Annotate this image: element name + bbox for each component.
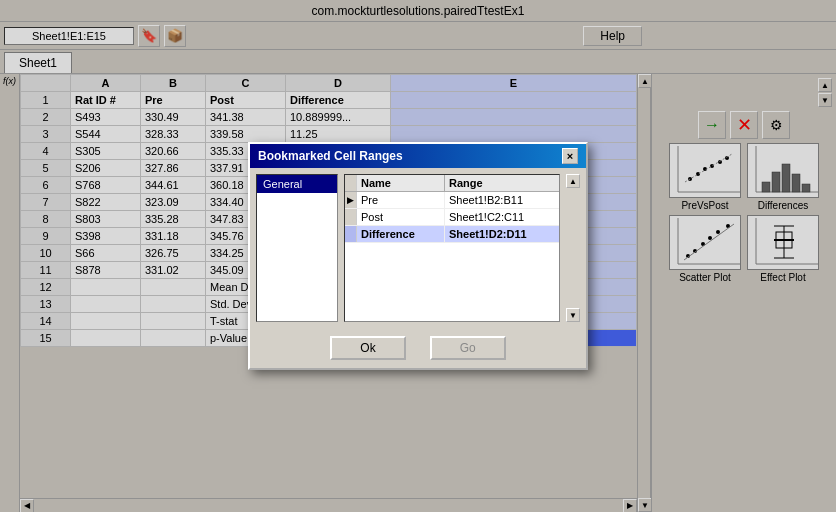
modal-ok-button[interactable]: Ok (330, 336, 405, 360)
modal-go-button[interactable]: Go (430, 336, 506, 360)
modal-scroll-down[interactable]: ▼ (566, 308, 580, 322)
modal-scroll-up[interactable]: ▲ (566, 174, 580, 188)
modal-row-post[interactable]: Post Sheet1!C2:C11 (345, 209, 559, 226)
modal-cell-post-range: Sheet1!C2:C11 (445, 209, 559, 225)
modal-cell-diff-range: Sheet1!D2:D11 (445, 226, 559, 242)
modal-close-button[interactable]: × (562, 148, 578, 164)
modal-title-bar: Bookmarked Cell Ranges × (250, 144, 586, 168)
modal-row-pre[interactable]: ▶ Pre Sheet1!B2:B11 (345, 192, 559, 209)
modal-cell-post-name: Post (357, 209, 445, 225)
modal-cell-pre-name: Pre (357, 192, 445, 208)
modal-col-name-header: Name (357, 175, 445, 191)
modal-row-difference[interactable]: Difference Sheet1!D2:D11 (345, 226, 559, 243)
modal-col-range-header: Range (445, 175, 559, 191)
modal-cell-diff-name: Difference (357, 226, 445, 242)
modal-general-item[interactable]: General (257, 175, 337, 193)
modal-cell-pre-range: Sheet1!B2:B11 (445, 192, 559, 208)
